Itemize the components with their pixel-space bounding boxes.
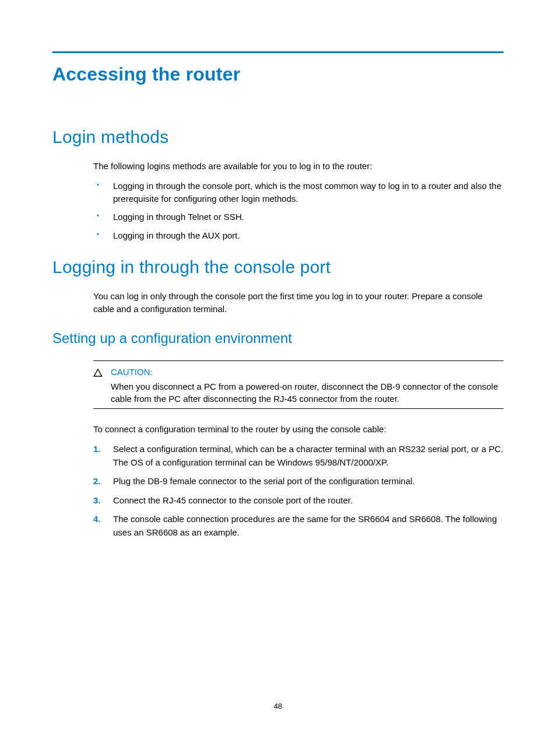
console-port-body: You can log in only through the console …	[93, 290, 504, 316]
list-item: Logging in through the console port, whi…	[93, 180, 504, 205]
page-number: 48	[0, 702, 556, 710]
caution-rule-bottom	[93, 408, 504, 409]
title-rule	[52, 51, 504, 53]
list-item: Logging in through the AUX port.	[93, 229, 504, 242]
login-methods-body: The following logins methods are availab…	[93, 160, 504, 242]
config-env-lead: To connect a configuration terminal to t…	[93, 423, 504, 436]
console-port-intro: You can log in only through the console …	[93, 290, 504, 316]
caution-box: CAUTION: When you disconnect a PC from a…	[93, 360, 504, 409]
list-item: The console cable connection procedures …	[93, 513, 504, 539]
heading-login-methods: Login methods	[52, 127, 504, 147]
login-methods-list: Logging in through the console port, whi…	[93, 180, 504, 242]
list-item: Connect the RJ-45 connector to the conso…	[93, 494, 504, 508]
caution-label: CAUTION:	[111, 367, 504, 377]
warning-icon	[93, 368, 111, 377]
list-item: Plug the DB-9 female connector to the se…	[93, 475, 504, 488]
heading-console-port: Logging in through the console port	[52, 257, 504, 277]
caution-text: When you disconnect a PC from a powered-…	[111, 380, 504, 405]
login-methods-intro: The following logins methods are availab…	[93, 160, 504, 173]
caution-rule-top	[93, 360, 504, 361]
page-title: Accessing the router	[52, 64, 504, 85]
list-item: Logging in through Telnet or SSH.	[93, 211, 504, 223]
config-env-steps: Select a configuration terminal, which c…	[93, 443, 504, 539]
heading-config-env: Setting up a configuration environment	[52, 330, 504, 346]
list-item: Select a configuration terminal, which c…	[93, 443, 504, 469]
config-env-body: To connect a configuration terminal to t…	[93, 423, 504, 539]
page-content: Accessing the router Login methods The f…	[0, 0, 556, 539]
